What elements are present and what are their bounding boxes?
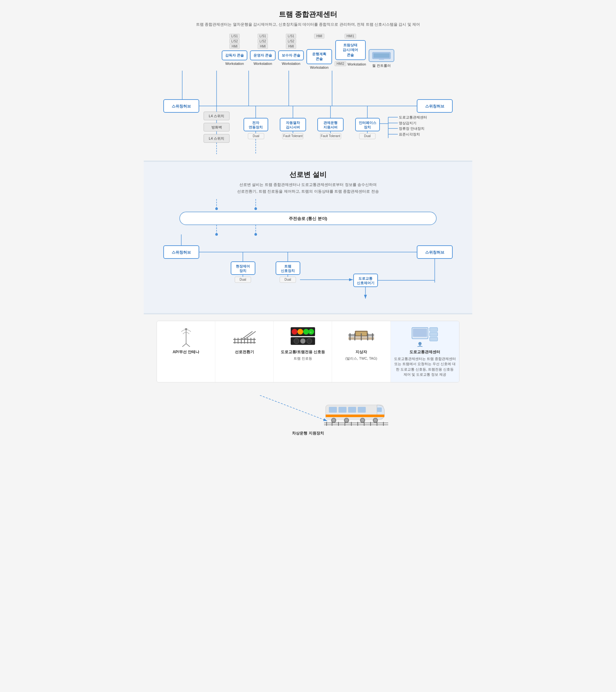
svg-text:트램: 트램: [284, 264, 291, 268]
road-control-center-item: 도로교통관제센터 도로교통관제센터는 트램 종합관제센터 또는 트램에서 요청하…: [391, 321, 459, 382]
section2-title: 선로변 설비: [150, 170, 466, 180]
signal-light-icon: ←: [290, 327, 316, 346]
svg-rect-30: [280, 118, 306, 131]
section2-desc1: 선로변 설비는 트램 종합관제센터나 도로교통관제센터로부터 정보를 송수신하여: [150, 182, 466, 188]
section1-desc: 트램 종합관제센터는 열차운행을 감시제어하고, 신호장치들의 데이터를 종합적…: [150, 22, 466, 27]
label-hmi: HMI: [229, 44, 240, 49]
svg-point-73: [255, 233, 257, 236]
svg-point-72: [215, 233, 218, 236]
svg-point-156: [345, 419, 348, 422]
maintenance-console: 보수자 콘솔: [278, 50, 304, 60]
svg-point-160: [374, 419, 377, 422]
ap-antenna-item: AP/무선 안테나: [157, 321, 215, 382]
label-ls2-3: L/S2: [286, 39, 296, 44]
svg-rect-137: [430, 328, 438, 331]
svg-rect-23: [244, 118, 268, 131]
tram-status-console: 트람상태감시/제어콘솔: [335, 40, 366, 60]
svg-text:표준시각장치: 표준시각장치: [399, 132, 420, 136]
balise-name: 지상자: [355, 349, 367, 355]
antenna-icon: [180, 326, 193, 347]
svg-text:감시서버: 감시서버: [286, 125, 300, 129]
ap-antenna-name: AP/무선 안테나: [173, 349, 199, 355]
svg-text:도로교통: 도로교통: [358, 276, 373, 280]
label-ls2: L/S2: [229, 39, 240, 44]
svg-rect-148: [338, 407, 347, 413]
schedule-workstation: Workstation: [310, 65, 329, 69]
tram-status-workstation: Workstation: [348, 62, 366, 66]
operator-workstation: Workstation: [254, 62, 272, 65]
wall-controller-label: 월 컨트롤러: [372, 63, 391, 68]
svg-text:신호제어기: 신호제어기: [357, 281, 374, 285]
maintenance-workstation: Workstation: [282, 62, 300, 65]
svg-text:연동장치: 연동장치: [249, 125, 263, 129]
road-control-desc: 도로교통관제센터는 트램 종합관제센터 또는 트램에서 요청하는 우선 신호에 …: [394, 356, 456, 377]
svg-text:정류장 안내장치: 정류장 안내장치: [399, 127, 424, 130]
svg-text:스위칭허브: 스위칭허브: [425, 104, 444, 108]
schedule-console-group: HMI 운행계획콘솔 Workstation: [306, 34, 332, 69]
track-switch-icon: [232, 328, 257, 344]
svg-point-67: [255, 207, 257, 210]
section1: 트램 종합관제센터 트램 종합관제센터는 열차운행을 감시제어하고, 신호장치들…: [144, 0, 472, 161]
svg-line-145: [260, 395, 327, 421]
svg-point-125: [307, 338, 312, 343]
svg-rect-138: [430, 332, 438, 336]
svg-point-154: [332, 419, 335, 422]
svg-point-119: [303, 329, 309, 335]
tram-status-console-group: HMI1 트람상태감시/제어콘솔 HMI2 Workstation: [335, 34, 366, 66]
supervisor-console: 감독자 콘솔: [222, 50, 247, 60]
svg-text:Dual: Dual: [285, 278, 291, 281]
bottom-equipment-row: AP/무선 안테나: [157, 321, 459, 382]
section2: 선로변 설비 선로변 설비는 트램 종합관제센터나 도로교통관제센터로부터 정보…: [144, 162, 472, 313]
section2-connections: 주전송로 (통신 분야) 스위칭허브 스위칭허브 현장제어 장치 Dual: [154, 199, 462, 305]
svg-line-143: [420, 346, 422, 347]
schedule-console: 운행계획콘솔: [306, 49, 332, 64]
svg-point-140: [418, 342, 422, 345]
svg-text:현장제어: 현장제어: [236, 264, 250, 268]
svg-rect-139: [430, 337, 438, 341]
track-switch-name: 선로전환기: [235, 349, 254, 355]
label-ls2-2: L/S2: [258, 39, 268, 44]
svg-text:도로교통관제센터: 도로교통관제센터: [399, 115, 427, 119]
section3: AP/무선 안테나: [144, 314, 472, 450]
svg-rect-151: [377, 407, 382, 412]
svg-point-123: [294, 338, 299, 343]
svg-rect-147: [329, 407, 337, 413]
label-hmi1: HMI1: [345, 34, 356, 39]
operator-console: 운영자 콘솔: [250, 50, 276, 60]
svg-text:관제운행: 관제운행: [324, 121, 337, 125]
svg-line-103: [186, 343, 190, 347]
operator-console-group: L/S1 L/S2 HMI 운영자 콘솔 Workstation: [250, 34, 276, 65]
signal-light-item: ← 도로교통/트램전용 신호등 트램 진로등: [274, 321, 332, 382]
balise-item: 지상자 (발리스, TWC, TAG): [332, 321, 391, 382]
svg-rect-87: [276, 262, 300, 275]
svg-text:Dual: Dual: [240, 278, 246, 281]
svg-point-124: [300, 338, 305, 343]
svg-rect-37: [317, 118, 343, 131]
svg-text:←: ←: [309, 330, 313, 334]
train-label: 차상운행 지원장치: [292, 431, 324, 436]
wall-controller-group: 월 컨트롤러: [369, 34, 394, 68]
label-hmi-4: HMI: [314, 34, 324, 39]
svg-rect-2: [379, 59, 384, 60]
svg-text:자동열차: 자동열차: [286, 121, 300, 125]
train-section: 차상운행 지원장치: [150, 389, 466, 444]
svg-text:방화벽: 방화벽: [212, 125, 222, 129]
balise-icon: [348, 328, 374, 345]
label-hmi-3: HMI: [286, 44, 296, 49]
label-hmi2: HMI2: [335, 61, 346, 66]
label-ls1-3: L/S1: [286, 34, 296, 39]
svg-rect-136: [413, 329, 427, 337]
wall-controller: [369, 49, 394, 62]
section1-connections: 스위칭허브 스위칭허브 L4 스위치 방화벽: [154, 71, 462, 154]
svg-rect-1: [373, 53, 390, 58]
svg-line-142: [417, 346, 420, 347]
svg-text:전자: 전자: [252, 121, 260, 125]
svg-text:Dual: Dual: [253, 134, 260, 138]
svg-rect-44: [355, 118, 379, 131]
label-ls1: L/S1: [229, 34, 240, 39]
section2-desc2: 선로전환기, 트램 진로동을 제어하고, 트램의 이동상태를 트램 종합관제센터…: [150, 189, 466, 194]
svg-point-66: [215, 207, 218, 210]
svg-text:L4 스위치: L4 스위치: [209, 137, 224, 140]
svg-line-102: [182, 343, 186, 347]
svg-text:L4 스위치: L4 스위치: [209, 114, 224, 118]
